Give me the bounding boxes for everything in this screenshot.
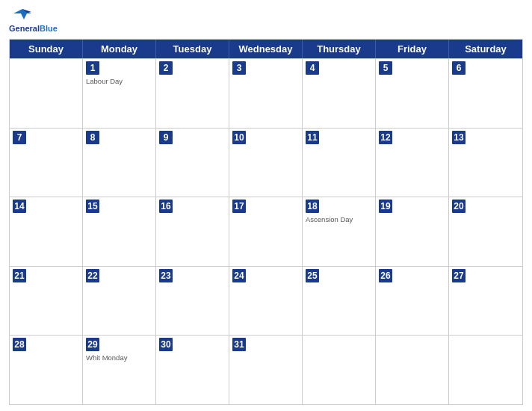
day-cell: 18Ascension Day xyxy=(303,197,376,266)
day-header-monday: Monday xyxy=(83,40,156,58)
day-number: 26 xyxy=(379,269,392,282)
day-number: 20 xyxy=(452,200,466,213)
week-row-2: 78910111213 xyxy=(10,128,522,197)
week-row-5: 2829Whit Monday3031 xyxy=(10,335,522,404)
day-number xyxy=(379,338,392,351)
day-cell: 11 xyxy=(303,129,376,197)
header: GeneralBlue xyxy=(9,7,523,33)
day-header-wednesday: Wednesday xyxy=(229,40,303,58)
day-number: 16 xyxy=(159,200,173,213)
day-number: 22 xyxy=(86,269,99,282)
day-number: 7 xyxy=(13,131,26,144)
day-cell: 4 xyxy=(303,59,376,128)
day-cell: 28 xyxy=(10,336,83,404)
day-cell: 17 xyxy=(229,197,303,266)
day-cell: 7 xyxy=(10,129,83,197)
day-header-saturday: Saturday xyxy=(449,40,522,58)
day-number: 28 xyxy=(13,338,26,351)
day-number: 29 xyxy=(86,338,99,351)
day-cell: 25 xyxy=(303,267,376,336)
day-header-friday: Friday xyxy=(376,40,449,58)
day-number: 8 xyxy=(86,131,99,144)
day-header-sunday: Sunday xyxy=(10,40,83,58)
day-cell: 26 xyxy=(376,267,449,336)
week-row-1: 1Labour Day23456 xyxy=(10,58,522,128)
day-number: 2 xyxy=(159,61,173,75)
day-cell: 2 xyxy=(156,59,229,128)
day-cell: 31 xyxy=(229,336,303,404)
day-header-tuesday: Tuesday xyxy=(156,40,229,58)
day-headers-row: SundayMondayTuesdayWednesdayThursdayFrid… xyxy=(10,40,522,58)
day-cell: 1Labour Day xyxy=(83,59,156,128)
day-cell xyxy=(303,336,376,404)
calendar: SundayMondayTuesdayWednesdayThursdayFrid… xyxy=(9,39,523,405)
day-cell: 12 xyxy=(376,129,449,197)
day-number: 15 xyxy=(86,200,99,213)
day-cell: 13 xyxy=(449,129,522,197)
day-number: 14 xyxy=(13,200,26,213)
day-number: 5 xyxy=(379,61,392,75)
day-number: 17 xyxy=(232,200,246,213)
day-number: 18 xyxy=(306,200,319,213)
holiday-label: Ascension Day xyxy=(306,215,372,223)
day-number: 30 xyxy=(159,338,173,351)
holiday-label: Whit Monday xyxy=(86,353,152,362)
day-cell xyxy=(449,336,522,404)
day-header-thursday: Thursday xyxy=(303,40,376,58)
day-cell: 19 xyxy=(376,197,449,266)
day-cell xyxy=(376,336,449,404)
day-number: 12 xyxy=(379,131,392,144)
day-cell: 20 xyxy=(449,197,522,266)
day-number xyxy=(452,338,466,351)
day-cell: 24 xyxy=(229,267,303,336)
day-number: 3 xyxy=(232,61,246,75)
weeks-container: 1Labour Day23456789101112131415161718Asc… xyxy=(10,58,522,404)
day-cell: 10 xyxy=(229,129,303,197)
day-number xyxy=(306,338,319,351)
week-row-3: 1415161718Ascension Day1920 xyxy=(10,197,522,266)
day-number: 24 xyxy=(232,269,246,282)
logo-icon xyxy=(9,7,36,24)
day-number: 10 xyxy=(232,131,246,144)
day-cell: 14 xyxy=(10,197,83,266)
day-cell: 9 xyxy=(156,129,229,197)
day-number: 21 xyxy=(13,269,26,282)
day-cell: 16 xyxy=(156,197,229,266)
day-cell: 27 xyxy=(449,267,522,336)
day-cell: 6 xyxy=(449,59,522,128)
day-cell: 23 xyxy=(156,267,229,336)
holiday-label: Labour Day xyxy=(86,77,152,85)
day-number: 13 xyxy=(452,131,466,144)
logo-text: GeneralBlue xyxy=(9,24,58,33)
day-number xyxy=(13,61,26,75)
day-cell: 5 xyxy=(376,59,449,128)
day-cell: 30 xyxy=(156,336,229,404)
day-number: 31 xyxy=(232,338,246,351)
week-row-4: 21222324252627 xyxy=(10,266,522,336)
day-cell: 21 xyxy=(10,267,83,336)
day-cell xyxy=(10,59,83,128)
day-number: 9 xyxy=(159,131,173,144)
day-number: 23 xyxy=(159,269,173,282)
day-number: 27 xyxy=(452,269,466,282)
day-cell: 22 xyxy=(83,267,156,336)
day-cell: 15 xyxy=(83,197,156,266)
day-number: 1 xyxy=(86,61,99,75)
day-number: 11 xyxy=(306,131,319,144)
day-number: 4 xyxy=(306,61,319,75)
day-cell: 8 xyxy=(83,129,156,197)
day-number: 25 xyxy=(306,269,319,282)
day-number: 6 xyxy=(452,61,466,75)
svg-marker-0 xyxy=(13,9,31,19)
logo: GeneralBlue xyxy=(9,7,76,33)
day-number: 19 xyxy=(379,200,392,213)
day-cell: 29Whit Monday xyxy=(83,336,156,404)
day-cell: 3 xyxy=(229,59,303,128)
page: GeneralBlue SundayMondayTuesdayWednesday… xyxy=(0,0,532,411)
